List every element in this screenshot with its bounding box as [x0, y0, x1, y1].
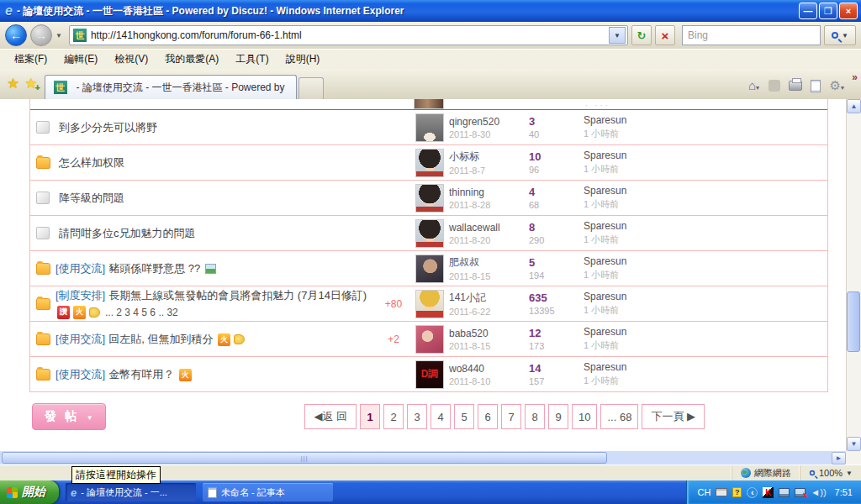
help-tray-icon[interactable]: ? [732, 487, 742, 497]
antivirus-icon[interactable]: K [763, 487, 774, 498]
add-favorite-icon[interactable]: ★ [24, 75, 37, 92]
language-indicator[interactable]: CH [697, 487, 710, 497]
avatar[interactable] [415, 113, 444, 142]
thread-row[interactable]: [使用交流]豬頭係咩野意思 ?? 肥叔叔 2011-8-15 5 194 Spa… [30, 251, 827, 286]
thread-row[interactable]: [使用交流]回左貼, 但無加到積分 火 +2 baba520 2011-8-15… [30, 322, 827, 357]
last-time[interactable]: 1 小時前 [584, 375, 668, 387]
last-poster[interactable]: Sparesun [584, 185, 668, 197]
taskbar-item-browser[interactable]: e - 論壇使用交流 - 一... [66, 483, 196, 501]
page-button-10[interactable]: 10 [572, 404, 597, 429]
topic-title[interactable]: 回左貼, 但無加到積分 [108, 333, 213, 345]
page-button-2[interactable]: 2 [383, 404, 404, 429]
close-button[interactable]: × [839, 3, 858, 19]
topic-category[interactable]: [使用交流] [55, 333, 105, 345]
topic-title[interactable]: 請問咁多位c兄加魅力的問題 [59, 227, 196, 239]
last-time[interactable]: 1 小時前 [584, 128, 668, 140]
menu-item[interactable]: 我的最愛(A) [157, 50, 226, 69]
topic-category[interactable]: [制度安排] [55, 289, 105, 302]
author-name[interactable]: qingren520 [449, 116, 529, 128]
page-menu-icon[interactable] [811, 80, 821, 92]
menu-item[interactable]: 說明(H) [278, 50, 328, 69]
minimize-button[interactable]: — [799, 3, 817, 19]
last-time[interactable]: 1 小時前 [584, 304, 668, 317]
vertical-scrollbar[interactable]: ▲ ▼ [846, 99, 861, 451]
page-button-3[interactable]: 3 [407, 404, 427, 429]
new-tab-button[interactable] [298, 77, 324, 99]
url-text[interactable]: http://141hongkong.com/forum/forum-66-1.… [91, 29, 609, 41]
menu-item[interactable]: 編輯(E) [56, 50, 105, 69]
last-time[interactable]: 1 小時前 [584, 163, 668, 176]
page-button-4[interactable]: 4 [430, 404, 451, 429]
horizontal-scrollbar[interactable]: ||| ► [0, 451, 846, 465]
last-poster[interactable]: Sparesun [584, 361, 668, 373]
topic-title[interactable]: 怎么样加权限 [59, 156, 124, 169]
last-poster[interactable]: Sparesun [584, 150, 668, 161]
page-button-7[interactable]: 7 [501, 404, 521, 429]
menu-item[interactable]: 檢視(V) [107, 50, 156, 69]
tray-collapse-icon[interactable]: ‹ [747, 487, 758, 498]
back-page-button[interactable]: ◀返 回 [304, 404, 357, 429]
back-button[interactable]: ← [5, 24, 27, 46]
author-name[interactable]: baba520 [449, 328, 529, 339]
avatar[interactable] [415, 325, 444, 354]
avatar[interactable] [415, 219, 444, 248]
page-button-... 68[interactable]: ... 68 [600, 404, 638, 429]
last-time[interactable]: 1 小時前 [584, 339, 668, 352]
stop-button[interactable]: × [655, 25, 675, 45]
favorites-icon[interactable]: ★ [7, 75, 19, 92]
volume-icon[interactable]: ◄)) [811, 487, 826, 497]
last-poster[interactable]: Sparesun [584, 291, 668, 302]
tools-dropdown-icon[interactable]: ▼ [839, 85, 845, 91]
tab-forum[interactable]: 世 - 論壇使用交流 - 一世一香港社區 - Powered by Dis... [45, 75, 297, 99]
scroll-down-icon[interactable]: ▼ [847, 437, 861, 451]
rss-feed-icon[interactable] [769, 80, 780, 92]
last-time[interactable]: 1 小時前 [584, 198, 668, 211]
last-time[interactable]: 1 小時前 [584, 269, 668, 281]
author-name[interactable]: wallacewall [449, 222, 529, 234]
thread-row[interactable]: 請問咁多位c兄加魅力的問題 wallacewall 2011-8-20 8 29… [30, 216, 827, 251]
avatar[interactable] [415, 255, 444, 283]
topic-category[interactable]: [使用交流] [55, 262, 105, 275]
page-button-1[interactable]: 1 [360, 404, 380, 429]
forward-button[interactable]: → [30, 24, 52, 46]
zoom-control[interactable]: 100% ▼ [800, 465, 861, 480]
maximize-button[interactable]: ❐ [819, 3, 837, 19]
next-page-button[interactable]: 下一頁 ▶ [642, 404, 705, 429]
search-input[interactable]: Bing [682, 25, 821, 45]
thread-row[interactable]: 到多少分先可以將野 qingren520 2011-8-30 3 40 Spar… [30, 110, 827, 145]
topic-title[interactable]: 豬頭係咩野意思 ?? [108, 262, 200, 275]
thread-row[interactable]: 怎么样加权限 小标标 2011-8-7 10 96 Sparesun 1 小時前 [30, 145, 827, 181]
last-poster[interactable]: Sparesun [584, 255, 668, 267]
page-button-6[interactable]: 6 [478, 404, 498, 429]
url-field[interactable]: 世 http://141hongkong.com/forum/forum-66-… [69, 25, 628, 45]
zoom-dropdown-icon[interactable]: ▼ [846, 470, 853, 477]
taskbar-item-notepad[interactable]: 未命名 - 記事本 [203, 483, 333, 501]
avatar[interactable] [415, 184, 444, 213]
network-icon[interactable] [779, 488, 790, 497]
network-error-icon[interactable] [795, 488, 806, 497]
avatar[interactable] [415, 290, 444, 318]
avatar[interactable] [415, 149, 444, 177]
scroll-up-icon[interactable]: ▲ [847, 99, 861, 113]
author-name[interactable]: 141小記 [449, 291, 529, 305]
topic-title[interactable]: 長期無上線或無發帖的會員將會扣魅力 (7月14日修訂) [108, 289, 367, 302]
author-name[interactable]: 肥叔叔 [449, 255, 529, 270]
scroll-right-icon[interactable]: ► [832, 452, 846, 465]
thread-row[interactable]: [制度安排]長期無上線或無發帖的會員將會扣魅力 (7月14日修訂) 讚火... … [30, 286, 827, 322]
last-poster[interactable]: Sparesun [584, 220, 668, 232]
nav-history-dropdown-icon[interactable]: ▼ [55, 32, 62, 39]
menu-item[interactable]: 工具(T) [228, 50, 276, 69]
url-dropdown-icon[interactable]: ▼ [609, 27, 626, 44]
last-poster[interactable]: Sparesun [584, 326, 668, 338]
topic-title[interactable]: 金幣有咩用？ [108, 368, 174, 381]
topic-title[interactable]: 降等級的問題 [59, 192, 124, 204]
page-button-5[interactable]: 5 [454, 404, 474, 429]
horizontal-scroll-thumb[interactable]: ||| [2, 452, 607, 464]
home-dropdown-icon[interactable]: ▼ [755, 85, 761, 91]
page-button-8[interactable]: 8 [525, 404, 545, 429]
search-button[interactable]: ▼ [824, 25, 856, 45]
keyboard-icon[interactable] [716, 488, 727, 496]
topic-category[interactable]: [使用交流] [55, 368, 105, 381]
page-button-9[interactable]: 9 [548, 404, 568, 429]
topic-page-links[interactable]: ... 2 3 4 5 6 .. 32 [105, 307, 178, 318]
